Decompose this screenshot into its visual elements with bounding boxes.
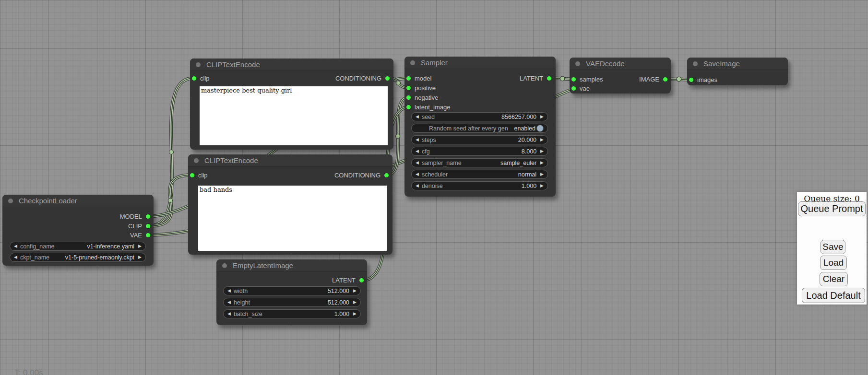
increment-arrow-icon[interactable]: ▶ bbox=[353, 300, 357, 305]
output-clip[interactable]: CLIP bbox=[128, 222, 151, 230]
widget-steps[interactable]: ◀ steps 20.000 ▶ bbox=[411, 135, 548, 144]
output-latent[interactable]: LATENT bbox=[520, 74, 552, 82]
widget-label: batch_size bbox=[234, 311, 262, 317]
widget-seed[interactable]: ◀ seed 8566257.000 ▶ bbox=[411, 112, 548, 121]
node-title-bar[interactable]: Sampler bbox=[404, 57, 556, 69]
input-model[interactable]: model bbox=[406, 74, 431, 82]
collapse-dot-icon[interactable] bbox=[410, 60, 415, 65]
node-clip-text-encode-negative[interactable]: CLIPTextEncode clip CONDITIONING bad han… bbox=[188, 154, 392, 255]
clear-button[interactable]: Clear bbox=[820, 272, 848, 286]
decrement-arrow-icon[interactable]: ◀ bbox=[416, 184, 419, 188]
input-port-icon[interactable] bbox=[571, 77, 576, 82]
input-clip[interactable]: clip bbox=[191, 74, 210, 82]
input-negative[interactable]: negative bbox=[406, 93, 438, 102]
widget-height[interactable]: ◀ height 512.000 ▶ bbox=[223, 298, 361, 307]
widget-width[interactable]: ◀ width 512.000 ▶ bbox=[223, 286, 361, 295]
collapse-dot-icon[interactable] bbox=[196, 62, 201, 67]
input-port-icon[interactable] bbox=[406, 76, 411, 81]
input-port-icon[interactable] bbox=[406, 95, 411, 100]
input-samples[interactable]: samples bbox=[571, 75, 603, 83]
input-latent-image[interactable]: latent_image bbox=[406, 103, 450, 111]
toggle-circle-icon[interactable] bbox=[536, 125, 544, 132]
output-port-icon[interactable] bbox=[145, 223, 151, 229]
node-title-bar[interactable]: CheckpointLoader bbox=[2, 195, 154, 207]
decrement-arrow-icon[interactable]: ◀ bbox=[416, 149, 419, 153]
widget-denoise[interactable]: ◀ denoise 1.000 ▶ bbox=[411, 181, 548, 190]
increment-arrow-icon[interactable]: ▶ bbox=[138, 244, 142, 248]
node-title-bar[interactable]: SaveImage bbox=[687, 58, 788, 70]
output-conditioning[interactable]: CONDITIONING bbox=[335, 74, 390, 82]
node-vae-decode[interactable]: VAEDecode samples vae IMAGE bbox=[570, 58, 671, 94]
input-port-icon[interactable] bbox=[191, 76, 197, 81]
output-port-icon[interactable] bbox=[385, 76, 390, 81]
input-port-icon[interactable] bbox=[190, 173, 195, 178]
widget-config-name[interactable]: ◀ config_name v1-inference.yaml ▶ bbox=[10, 242, 146, 251]
decrement-arrow-icon[interactable]: ◀ bbox=[14, 244, 17, 248]
input-port-icon[interactable] bbox=[406, 85, 411, 91]
collapse-dot-icon[interactable] bbox=[222, 263, 227, 268]
decrement-arrow-icon[interactable]: ◀ bbox=[416, 161, 419, 165]
input-clip[interactable]: clip bbox=[190, 171, 208, 179]
output-model[interactable]: MODEL bbox=[120, 212, 151, 221]
prompt-textarea[interactable]: bad hands bbox=[198, 186, 387, 251]
output-latent[interactable]: LATENT bbox=[332, 276, 364, 284]
collapse-dot-icon[interactable] bbox=[575, 61, 580, 66]
decrement-arrow-icon[interactable]: ◀ bbox=[227, 289, 231, 293]
widget-ckpt-name[interactable]: ◀ ckpt_name v1-5-pruned-emaonly.ckpt ▶ bbox=[10, 253, 146, 262]
input-positive[interactable]: positive bbox=[406, 83, 436, 92]
prompt-textarea[interactable]: masterpiece best quality girl bbox=[200, 86, 388, 145]
increment-arrow-icon[interactable]: ▶ bbox=[540, 172, 544, 176]
collapse-dot-icon[interactable] bbox=[693, 61, 698, 66]
link-clip-to-negative-encoder[interactable] bbox=[150, 175, 191, 226]
node-checkpoint-loader[interactable]: CheckpointLoader MODEL CLIP VAE ◀ config… bbox=[2, 195, 154, 266]
decrement-arrow-icon[interactable]: ◀ bbox=[227, 312, 231, 316]
output-port-icon[interactable] bbox=[145, 233, 151, 238]
node-clip-text-encode-positive[interactable]: CLIPTextEncode clip CONDITIONING masterp… bbox=[190, 59, 393, 150]
increment-arrow-icon[interactable]: ▶ bbox=[540, 184, 544, 188]
decrement-arrow-icon[interactable]: ◀ bbox=[227, 300, 231, 305]
node-title-bar[interactable]: EmptyLatentImage bbox=[216, 259, 367, 272]
widget-cfg[interactable]: ◀ cfg 8.000 ▶ bbox=[411, 147, 548, 156]
input-vae[interactable]: vae bbox=[571, 84, 590, 93]
increment-arrow-icon[interactable]: ▶ bbox=[540, 115, 544, 119]
load-button[interactable]: Load bbox=[820, 256, 847, 270]
node-title-bar[interactable]: VAEDecode bbox=[570, 58, 671, 70]
node-empty-latent-image[interactable]: EmptyLatentImage LATENT ◀ width 512.000 … bbox=[216, 259, 367, 325]
output-port-icon[interactable] bbox=[145, 214, 151, 219]
increment-arrow-icon[interactable]: ▶ bbox=[540, 149, 544, 153]
decrement-arrow-icon[interactable]: ◀ bbox=[416, 115, 419, 119]
queue-prompt-button[interactable]: Queue Prompt bbox=[798, 201, 866, 216]
node-title-bar[interactable]: CLIPTextEncode bbox=[188, 154, 392, 167]
output-vae[interactable]: VAE bbox=[130, 231, 151, 239]
node-sampler[interactable]: Sampler model positive negative latent_i… bbox=[404, 57, 556, 197]
decrement-arrow-icon[interactable]: ◀ bbox=[416, 138, 419, 142]
output-port-icon[interactable] bbox=[663, 77, 668, 82]
node-save-image[interactable]: SaveImage images bbox=[687, 58, 788, 85]
node-title-bar[interactable]: CLIPTextEncode bbox=[190, 59, 393, 71]
node-title: EmptyLatentImage bbox=[233, 261, 293, 270]
increment-arrow-icon[interactable]: ▶ bbox=[540, 161, 544, 165]
widget-random-seed-toggle[interactable]: Random seed after every gen enabled bbox=[411, 124, 548, 133]
output-conditioning[interactable]: CONDITIONING bbox=[334, 171, 389, 179]
output-image[interactable]: IMAGE bbox=[639, 75, 668, 83]
input-port-icon[interactable] bbox=[406, 105, 411, 110]
increment-arrow-icon[interactable]: ▶ bbox=[540, 138, 544, 142]
save-button[interactable]: Save bbox=[820, 240, 845, 254]
input-port-icon[interactable] bbox=[689, 77, 694, 82]
widget-sampler-name[interactable]: ◀ sampler_name sample_euler ▶ bbox=[411, 158, 548, 167]
widget-scheduler[interactable]: ◀ scheduler normal ▶ bbox=[411, 170, 548, 179]
collapse-dot-icon[interactable] bbox=[8, 199, 13, 203]
increment-arrow-icon[interactable]: ▶ bbox=[138, 255, 142, 259]
decrement-arrow-icon[interactable]: ◀ bbox=[14, 255, 17, 259]
output-port-icon[interactable] bbox=[384, 173, 389, 178]
load-default-button[interactable]: Load Default bbox=[802, 288, 865, 303]
collapse-dot-icon[interactable] bbox=[194, 158, 199, 163]
input-port-icon[interactable] bbox=[571, 86, 576, 91]
decrement-arrow-icon[interactable]: ◀ bbox=[416, 172, 419, 176]
input-images[interactable]: images bbox=[689, 75, 717, 84]
widget-batch-size[interactable]: ◀ batch_size 1.000 ▶ bbox=[223, 309, 361, 318]
output-port-icon[interactable] bbox=[359, 278, 364, 283]
output-port-icon[interactable] bbox=[547, 76, 552, 81]
increment-arrow-icon[interactable]: ▶ bbox=[353, 312, 357, 316]
increment-arrow-icon[interactable]: ▶ bbox=[353, 289, 357, 293]
